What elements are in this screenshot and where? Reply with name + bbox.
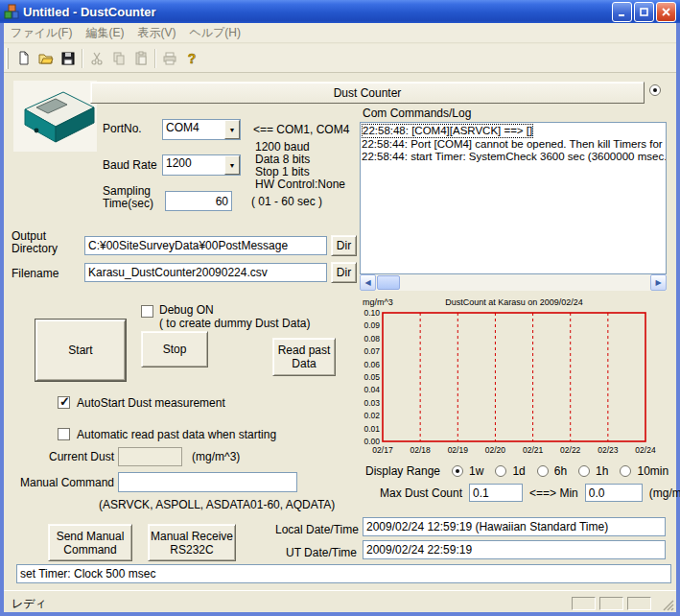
app-window: Untitled - DustCounter ファイル(F) 編集(E) 表示(… — [0, 0, 680, 616]
timer-message-field[interactable] — [16, 564, 671, 583]
display-range-row: Display Range 1w 1d 6h 1h 10min — [365, 464, 668, 478]
device-select-radio[interactable] — [649, 84, 661, 96]
svg-text:0.10: 0.10 — [363, 308, 380, 318]
scroll-right-icon[interactable]: ▶ — [650, 274, 667, 291]
com-log-listbox[interactable]: 22:58:48: [COM4][ASRVCK] ==> [] 22:58:44… — [360, 122, 667, 274]
resize-grip[interactable] — [662, 599, 674, 611]
toolbar-separator — [82, 49, 82, 68]
window-bottom-border — [0, 612, 680, 616]
range-6h-radio[interactable] — [537, 465, 549, 477]
log-line[interactable]: 22:58:48: [COM4][ASRVCK] ==> [] — [362, 124, 533, 138]
menu-file[interactable]: ファイル(F) — [4, 25, 79, 41]
current-dust-unit: (mg/m^3) — [192, 451, 240, 463]
svg-text:02/24: 02/24 — [635, 445, 656, 455]
start-button[interactable]: Start — [35, 320, 126, 381]
print-icon — [158, 48, 180, 69]
range-1w-radio[interactable] — [452, 465, 463, 477]
copy-icon — [107, 48, 129, 69]
ut-datetime-label: UT Date/Time — [275, 547, 357, 559]
output-directory-label: Output Directory — [12, 230, 58, 255]
auto-read-checkbox[interactable] — [58, 428, 70, 440]
max-dust-field[interactable] — [469, 484, 523, 502]
menu-help[interactable]: ヘルプ(H) — [182, 25, 247, 41]
auto-read-label: Automatic read past data when starting — [77, 429, 276, 441]
output-dir-button[interactable]: Dir — [331, 235, 357, 256]
range-6h-label: 6h — [554, 464, 567, 478]
filename-dir-button[interactable]: Dir — [331, 262, 357, 283]
range-10min-radio[interactable] — [620, 465, 631, 477]
menu-view[interactable]: 表示(V) — [130, 25, 182, 41]
window-title: Untitled - DustCounter — [23, 5, 610, 19]
close-button[interactable] — [656, 2, 676, 22]
chevron-down-icon[interactable]: ▼ — [224, 155, 240, 175]
help-icon[interactable]: ? — [180, 48, 202, 69]
svg-text:0.03: 0.03 — [363, 398, 380, 408]
manual-receive-button[interactable]: Manual Receive RS232C — [148, 524, 236, 561]
status-pane — [627, 597, 651, 610]
scroll-left-icon[interactable]: ◀ — [360, 274, 376, 291]
manual-command-label: Manual Command — [20, 477, 114, 489]
maximize-button[interactable] — [634, 2, 654, 22]
new-file-icon[interactable] — [12, 48, 35, 69]
toolbar-gripper — [6, 48, 9, 69]
read-past-data-button[interactable]: Read past Data — [272, 338, 336, 376]
sampling-time-field[interactable] — [165, 191, 232, 211]
baud-label: Baud Rate — [103, 159, 157, 172]
current-dust-field — [118, 447, 182, 466]
svg-text:0.01: 0.01 — [363, 424, 380, 434]
svg-text:0.06: 0.06 — [363, 360, 380, 369]
filename-label: Filename — [12, 268, 59, 280]
dust-chart: mg/m^3DustCount at Karasu on 2009/02/240… — [361, 294, 679, 457]
scrollbar-thumb[interactable] — [377, 275, 400, 290]
menu-edit[interactable]: 編集(E) — [79, 25, 130, 41]
range-1h-radio[interactable] — [578, 465, 590, 477]
log-horizontal-scrollbar[interactable]: ◀ ▶ — [360, 274, 667, 291]
manual-command-field[interactable] — [118, 472, 297, 492]
svg-text:02/17: 02/17 — [372, 445, 393, 455]
baud-combobox[interactable]: 1200 ▼ — [162, 154, 241, 176]
toolbar-separator — [154, 49, 155, 68]
autostart-label: AutoStart Dust measurement — [77, 397, 225, 410]
dust-counter-header[interactable]: Dust Counter — [90, 82, 645, 104]
port-combobox[interactable]: COM4 ▼ — [162, 119, 241, 140]
ut-datetime-field[interactable] — [363, 540, 666, 559]
log-line[interactable]: 22:58:44: Port [COM4] cannot be opened. … — [362, 138, 665, 151]
display-range-label: Display Range — [365, 464, 440, 478]
output-directory-field[interactable] — [84, 236, 327, 255]
sampling-hint: ( 01 - 60 sec ) — [251, 196, 322, 208]
dust-counter-header-label: Dust Counter — [334, 86, 402, 100]
min-dust-label: <==> Min — [529, 486, 578, 500]
autostart-checkbox[interactable] — [58, 396, 70, 409]
port-value: COM4 — [163, 120, 224, 139]
cut-icon — [85, 48, 107, 69]
open-folder-icon[interactable] — [35, 48, 57, 69]
stop-button[interactable]: Stop — [141, 331, 208, 367]
debug-on-checkbox[interactable] — [141, 305, 153, 318]
filename-field[interactable] — [84, 263, 327, 282]
dust-count-range-row: Max Dust Count <==> Min (mg/m^3) — [380, 484, 680, 502]
dust-unit-label: (mg/m^3) — [649, 486, 680, 500]
baud-value: 1200 — [163, 155, 224, 175]
local-datetime-field[interactable] — [363, 517, 666, 536]
save-icon[interactable] — [57, 48, 79, 69]
chevron-down-icon[interactable]: ▼ — [224, 120, 240, 139]
dust-chart-svg: mg/m^3DustCount at Karasu on 2009/02/240… — [361, 294, 679, 457]
svg-text:02/21: 02/21 — [523, 445, 544, 455]
range-1d-label: 1d — [512, 464, 525, 478]
range-1w-label: 1w — [469, 464, 483, 478]
svg-text:0.08: 0.08 — [363, 334, 380, 344]
min-dust-field[interactable] — [585, 484, 643, 502]
range-1h-label: 1h — [596, 464, 608, 478]
local-datetime-label: Local Date/Time — [275, 524, 357, 536]
device-photo — [13, 81, 97, 152]
range-1d-radio[interactable] — [495, 465, 506, 477]
app-icon — [4, 4, 19, 19]
log-line[interactable]: 22:58:44: start Timer: SystemCheck 3600 … — [362, 151, 665, 163]
svg-text:0.04: 0.04 — [363, 385, 380, 394]
minimize-button[interactable] — [612, 2, 632, 22]
port-label: PortNo. — [103, 123, 142, 135]
svg-text:mg/m^3: mg/m^3 — [363, 297, 393, 307]
status-pane — [572, 597, 596, 610]
svg-text:0.00: 0.00 — [363, 437, 380, 446]
send-manual-command-button[interactable]: Send Manual Command — [48, 524, 132, 561]
